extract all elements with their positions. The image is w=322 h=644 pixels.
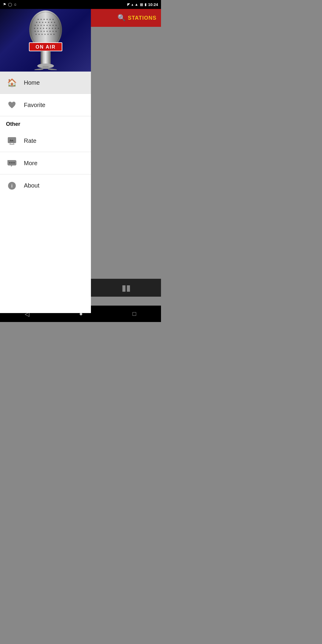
svg-line-53 — [35, 69, 43, 70]
svg-point-13 — [51, 22, 52, 23]
signal-icon: ▴ — [131, 2, 133, 7]
about-label: About — [24, 182, 39, 189]
svg-point-6 — [49, 19, 51, 20]
app-content-bg — [91, 27, 161, 297]
svg-point-36 — [47, 31, 48, 32]
svg-point-11 — [45, 22, 46, 23]
svg-point-9 — [39, 22, 40, 23]
heart-icon — [6, 99, 18, 111]
sidebar-item-favorite[interactable]: Favorite — [0, 94, 91, 116]
svg-point-23 — [34, 28, 35, 29]
sidebar-item-about[interactable]: i About — [0, 174, 91, 197]
app-behind: 🔍 STATIONS ▮▮ — [91, 9, 161, 313]
wifi-icon: ▲ — [135, 2, 138, 7]
svg-point-32 — [35, 31, 36, 32]
music-icon: ♫ — [14, 2, 16, 7]
svg-point-45 — [50, 34, 52, 35]
svg-point-31 — [58, 28, 59, 29]
recents-button[interactable]: □ — [132, 310, 136, 317]
home-icon: 🏠 — [6, 77, 18, 89]
svg-point-4 — [44, 19, 45, 20]
more-label: More — [24, 160, 38, 167]
svg-point-22 — [55, 25, 57, 26]
svg-point-62 — [13, 162, 15, 164]
microphone-svg: ON AIR — [5, 10, 86, 70]
svg-point-24 — [37, 28, 38, 29]
svg-point-37 — [49, 31, 51, 32]
svg-line-54 — [49, 69, 56, 70]
svg-point-12 — [48, 22, 49, 23]
status-icons-right: ◤ ▴ ▲ ▦ ▮ 10:24 — [127, 2, 158, 7]
svg-point-35 — [44, 31, 45, 32]
cast-icon: ◤ — [127, 2, 130, 7]
hero-image: ON AIR — [0, 9, 91, 72]
svg-point-28 — [49, 28, 50, 29]
svg-point-25 — [40, 28, 41, 29]
home-label: Home — [24, 79, 40, 86]
sidebar-item-home[interactable]: 🏠 Home — [0, 72, 91, 94]
svg-point-38 — [52, 31, 54, 32]
svg-point-2 — [38, 19, 39, 20]
svg-text:i: i — [11, 183, 13, 188]
svg-point-7 — [52, 19, 54, 20]
svg-rect-52 — [43, 66, 49, 69]
sidebar-item-more[interactable]: More — [0, 152, 91, 174]
svg-point-14 — [54, 22, 55, 23]
svg-text:ON AIR: ON AIR — [35, 44, 55, 49]
svg-point-33 — [38, 31, 39, 32]
svg-point-43 — [44, 34, 46, 35]
rate-label: Rate — [24, 137, 36, 144]
svg-point-42 — [41, 34, 43, 35]
svg-point-21 — [52, 25, 54, 26]
section-header-other: Other — [0, 116, 91, 130]
svg-point-30 — [55, 28, 56, 29]
svg-point-60 — [9, 162, 11, 164]
svg-point-40 — [35, 34, 37, 35]
svg-point-34 — [41, 31, 42, 32]
svg-point-20 — [49, 25, 51, 26]
svg-point-5 — [47, 19, 48, 20]
favorite-label: Favorite — [24, 102, 45, 109]
cell-icon: ▦ — [140, 2, 143, 7]
camera-icon: ◯ — [8, 2, 12, 7]
svg-point-15 — [35, 25, 36, 26]
notification-icon: ⚑ — [3, 2, 6, 7]
player-bar: ▮▮ — [91, 279, 161, 297]
status-bar: ⚑ ◯ ♫ ◤ ▴ ▲ ▦ ▮ 10:24 — [0, 0, 161, 9]
svg-point-39 — [55, 31, 57, 32]
svg-point-17 — [41, 25, 42, 26]
svg-point-26 — [43, 28, 44, 29]
app-toolbar: 🔍 STATIONS — [91, 9, 161, 27]
toolbar-title: STATIONS — [128, 15, 157, 21]
more-icon — [6, 157, 18, 169]
svg-point-44 — [47, 34, 49, 35]
time-display: 10:24 — [148, 2, 158, 7]
svg-point-41 — [38, 34, 40, 35]
pause-icon[interactable]: ▮▮ — [122, 283, 131, 293]
sidebar-item-rate[interactable]: Rate — [0, 130, 91, 152]
mic-container: ON AIR — [0, 9, 91, 72]
search-icon[interactable]: 🔍 — [117, 14, 126, 22]
svg-point-19 — [47, 25, 48, 26]
svg-point-27 — [46, 28, 47, 29]
svg-point-46 — [53, 34, 55, 35]
main-container: ON AIR 🏠 — [0, 9, 161, 313]
nav-list: 🏠 Home Favorite Other — [0, 72, 91, 313]
svg-point-29 — [52, 28, 53, 29]
svg-point-3 — [41, 19, 42, 20]
svg-point-18 — [44, 25, 45, 26]
navigation-drawer: ON AIR 🏠 — [0, 9, 91, 313]
battery-icon: ▮ — [145, 2, 147, 7]
svg-point-61 — [11, 162, 13, 164]
rate-icon — [6, 135, 18, 147]
info-icon: i — [6, 180, 18, 192]
svg-point-10 — [42, 22, 43, 23]
svg-point-8 — [36, 22, 37, 23]
svg-point-16 — [38, 25, 39, 26]
status-icons-left: ⚑ ◯ ♫ — [3, 2, 16, 7]
